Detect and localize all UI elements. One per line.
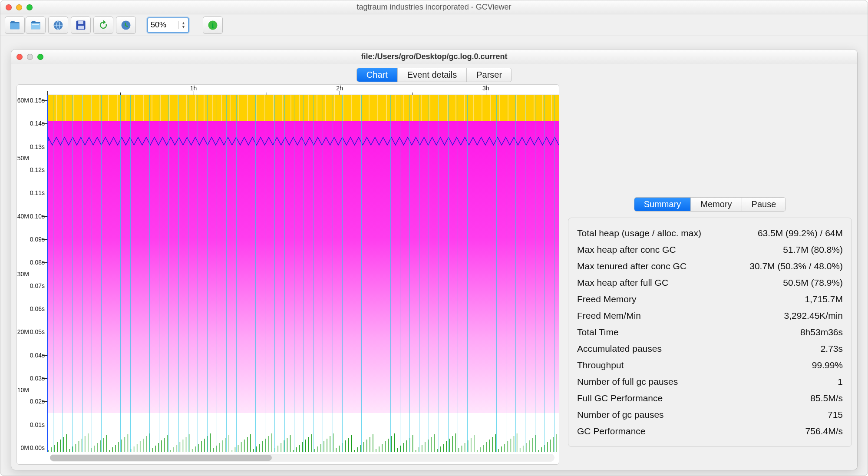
- summary-label: GC Performance: [577, 426, 646, 436]
- open-url-button[interactable]: [48, 17, 68, 34]
- svg-rect-2: [78, 21, 83, 24]
- chart-scrollbar[interactable]: [50, 454, 554, 462]
- summary-label: Max heap after conc GC: [577, 245, 676, 255]
- summary-row: Total heap (usage / alloc. max)63.5M (99…: [577, 225, 843, 241]
- mem-axis-label: 20M: [17, 328, 29, 335]
- close-icon[interactable]: [6, 4, 12, 10]
- about-button[interactable]: i: [203, 17, 223, 34]
- svg-rect-3: [78, 26, 84, 29]
- scrollbar-thumb[interactable]: [50, 455, 272, 461]
- summary-row: Max tenured after conc GC30.7M (50.3% / …: [577, 258, 843, 274]
- doc-minimize-icon[interactable]: [27, 54, 33, 60]
- document-window: file:/Users/gro/Desktop/gc.log.0.current…: [11, 49, 858, 470]
- zoom-spinner[interactable]: ▲ ▼: [178, 21, 188, 29]
- zoom-input-group[interactable]: ▲ ▼: [147, 17, 189, 33]
- summary-label: Max heap after full GC: [577, 278, 668, 288]
- doc-tabs: Chart Event details Parser: [11, 64, 857, 85]
- summary-row: Max heap after conc GC51.7M (80.8%): [577, 241, 843, 258]
- summary-row: Number of gc pauses715: [577, 407, 843, 423]
- summary-value: 8h53m36s: [800, 327, 843, 337]
- doc-title: file:/Users/gro/Desktop/gc.log.0.current: [11, 52, 857, 61]
- chart-area: 0M10M20M30M40M50M60M0.00s0.01s0.02s0.03s…: [17, 95, 559, 452]
- summary-value: 2.73s: [821, 344, 843, 354]
- summary-row: Throughput99.99%: [577, 357, 843, 374]
- zoom-icon[interactable]: [26, 4, 33, 10]
- summary-box: Total heap (usage / alloc. max)63.5M (99…: [568, 218, 852, 447]
- summary-row: Freed Mem/Min3,292.45K/min: [577, 307, 843, 324]
- mem-axis-label: 60M: [17, 97, 29, 104]
- zoom-down-icon[interactable]: ▼: [179, 25, 188, 29]
- doc-zoom-icon[interactable]: [37, 54, 43, 60]
- doc-close-icon[interactable]: [17, 54, 23, 60]
- mem-axis-label: 40M: [17, 213, 29, 220]
- mem-axis-label: 50M: [17, 155, 29, 162]
- traffic-lights: [6, 4, 33, 10]
- summary-value: 85.5M/s: [810, 393, 843, 403]
- summary-row: Total Time8h53m36s: [577, 324, 843, 340]
- main-window: tagtraum industries incorporated - GCVie…: [0, 0, 868, 476]
- tab-summary[interactable]: Summary: [634, 198, 691, 211]
- open-file-button[interactable]: [5, 17, 25, 34]
- summary-value: 99.99%: [812, 360, 843, 370]
- time-axis-label: 3h: [482, 85, 489, 92]
- doc-body: 1h2h3h 0M10M20M30M40M50M60M0.00s0.01s0.0…: [17, 84, 852, 465]
- side-tabs: Summary Memory Pause: [634, 197, 786, 212]
- time-axis-label: 2h: [336, 85, 343, 92]
- summary-label: Total heap (usage / alloc. max): [577, 228, 701, 238]
- mem-axis-label: 0M: [21, 444, 29, 451]
- summary-row: Accumulated pauses2.73s: [577, 340, 843, 357]
- window-title: tagtraum industries incorporated - GCVie…: [0, 3, 868, 12]
- summary-label: Freed Mem/Min: [577, 311, 641, 321]
- summary-value: 30.7M (50.3% / 48.0%): [749, 261, 843, 271]
- chart-plot[interactable]: [47, 95, 559, 452]
- save-button[interactable]: [71, 17, 91, 34]
- svg-text:i: i: [212, 21, 214, 29]
- summary-row: Max heap after full GC50.5M (78.9%): [577, 274, 843, 291]
- summary-label: Number of full gc pauses: [577, 377, 678, 387]
- summary-label: Total Time: [577, 327, 619, 337]
- mem-axis-label: 10M: [17, 387, 29, 393]
- chart-time-axis: 1h2h3h: [47, 85, 559, 95]
- tab-pause[interactable]: Pause: [742, 198, 786, 211]
- summary-row: Freed Memory1,715.7M: [577, 291, 843, 307]
- refresh-button[interactable]: [93, 17, 113, 34]
- mem-axis-label: 30M: [17, 271, 29, 278]
- time-axis-label: 1h: [190, 85, 197, 92]
- outer-titlebar[interactable]: tagtraum industries incorporated - GCVie…: [0, 0, 868, 14]
- summary-value: 50.5M (78.9%): [783, 278, 843, 288]
- chart-panel: 1h2h3h 0M10M20M30M40M50M60M0.00s0.01s0.0…: [17, 84, 559, 465]
- summary-value: 3,292.45K/min: [784, 311, 843, 321]
- summary-value: 1: [838, 377, 843, 387]
- tab-parser[interactable]: Parser: [467, 68, 512, 82]
- summary-value: 63.5M (99.2%) / 64M: [758, 228, 843, 238]
- summary-label: Max tenured after conc GC: [577, 261, 686, 271]
- doc-titlebar[interactable]: file:/Users/gro/Desktop/gc.log.0.current: [11, 50, 857, 64]
- side-panel: Summary Memory Pause Total heap (usage /…: [568, 84, 852, 465]
- tab-event-details[interactable]: Event details: [398, 68, 467, 82]
- tab-chart[interactable]: Chart: [357, 68, 398, 82]
- summary-row: Full GC Performance85.5M/s: [577, 390, 843, 407]
- summary-value: 51.7M (80.8%): [783, 245, 843, 255]
- summary-row: GC Performance756.4M/s: [577, 423, 843, 440]
- summary-label: Full GC Performance: [577, 393, 663, 403]
- summary-value: 756.4M/s: [805, 426, 843, 436]
- auto-refresh-button[interactable]: [116, 17, 136, 34]
- chart-y-axes: 0M10M20M30M40M50M60M0.00s0.01s0.02s0.03s…: [17, 95, 47, 452]
- summary-value: 1,715.7M: [805, 294, 843, 304]
- summary-label: Accumulated pauses: [577, 344, 662, 354]
- doc-traffic-lights: [17, 54, 43, 60]
- open-recent-button[interactable]: [26, 17, 46, 34]
- zoom-input[interactable]: [148, 20, 178, 30]
- summary-label: Freed Memory: [577, 294, 637, 304]
- summary-value: 715: [828, 410, 843, 420]
- tab-memory[interactable]: Memory: [691, 198, 742, 211]
- summary-label: Throughput: [577, 360, 624, 370]
- minimize-icon[interactable]: [16, 4, 22, 10]
- toolbar: ▲ ▼ i: [0, 14, 868, 36]
- summary-label: Number of gc pauses: [577, 410, 664, 420]
- summary-row: Number of full gc pauses1: [577, 374, 843, 390]
